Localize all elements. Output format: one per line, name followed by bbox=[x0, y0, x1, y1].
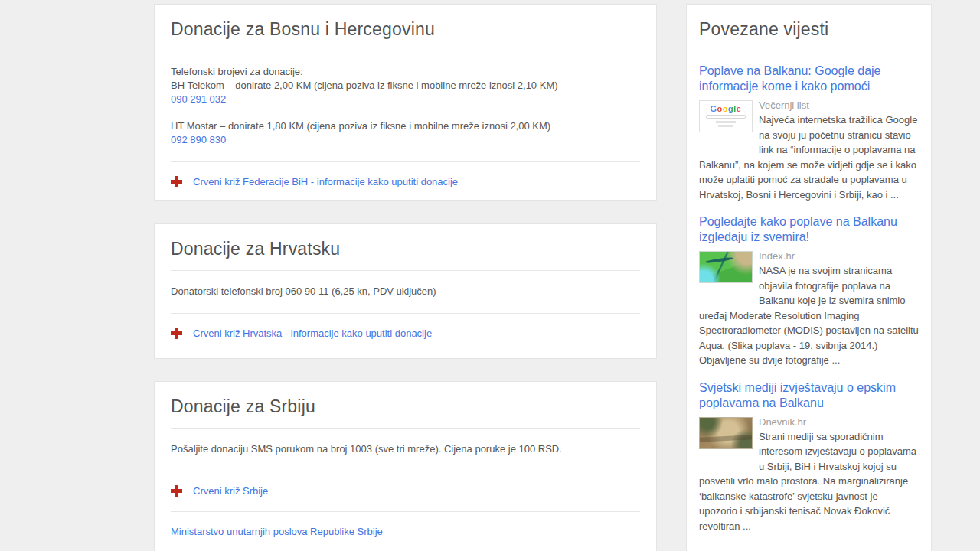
bih-mostar-phone-link[interactable]: 092 890 830 bbox=[171, 134, 226, 145]
news-headline-google-info[interactable]: Poplave na Balkanu: Google daje informac… bbox=[699, 64, 919, 94]
button-graphic bbox=[718, 125, 733, 127]
bih-telekom-phone-link[interactable]: 090 291 032 bbox=[171, 93, 226, 105]
news-item: Svjetski mediji izvještavaju o epskim po… bbox=[699, 380, 919, 534]
page: Donacije za Bosnu i Hercegovinu Telefons… bbox=[0, 0, 980, 551]
rs-ministry-row: Ministarstvo unutarnjih poslova Republik… bbox=[171, 512, 640, 537]
news-body: Dnevnik.hr Strani mediji sa sporadičnim … bbox=[699, 415, 919, 534]
card-title-rs: Donacije za Srbiju bbox=[171, 382, 640, 429]
rs-redcross-link[interactable]: Crveni križ Srbije bbox=[193, 485, 268, 497]
button-graphic bbox=[716, 121, 736, 123]
related-news-panel: Povezane vijesti Poplave na Balkanu: Goo… bbox=[686, 4, 932, 551]
card-title-bih: Donacije za Bosnu i Hercegovinu bbox=[171, 5, 640, 51]
bih-redcross-row: Crveni križ Federacije BiH - informacije… bbox=[171, 162, 640, 187]
satellite-flood-thumbnail[interactable] bbox=[699, 251, 753, 283]
bih-telekom-line: BH Telekom – donirate 2,00 KM (cijena po… bbox=[171, 80, 558, 91]
news-body: Google Večernji list Najveća internetska… bbox=[699, 98, 919, 202]
google-logo: Google bbox=[710, 104, 742, 113]
card-title-hr: Donacije za Hrvatsku bbox=[171, 224, 640, 271]
search-box-graphic bbox=[706, 115, 746, 119]
card-donations-bih: Donacije za Bosnu i Hercegovinu Telefons… bbox=[154, 4, 657, 201]
bih-mostar-line: HT Mostar – donirate 1,80 KM (cijena poz… bbox=[171, 119, 640, 147]
bih-redcross-link[interactable]: Crveni križ Federacije BiH - informacije… bbox=[193, 176, 458, 187]
news-body: Index.hr NASA je na svojim stranicama ob… bbox=[699, 249, 919, 368]
google-homepage-thumbnail[interactable]: Google bbox=[699, 100, 753, 132]
hr-redcross-link[interactable]: Crveni križ Hrvatska - informacije kako … bbox=[193, 328, 432, 339]
related-news-title: Povezane vijesti bbox=[699, 5, 919, 51]
news-item: Poplave na Balkanu: Google daje informac… bbox=[699, 64, 919, 202]
aerial-flood-thumbnail[interactable] bbox=[699, 417, 753, 449]
news-headline-world-media[interactable]: Svjetski mediji izvještavaju o epskim po… bbox=[699, 380, 919, 411]
news-headline-space-view[interactable]: Pogledajte kako poplave na Balkanu izgle… bbox=[699, 214, 919, 245]
rs-redcross-row: Crveni križ Srbije bbox=[171, 471, 640, 497]
news-item: Pogledajte kako poplave na Balkanu izgle… bbox=[699, 214, 919, 368]
rs-sms-line: Pošaljite donaciju SMS porukom na broj 1… bbox=[171, 442, 640, 456]
rs-ministry-link[interactable]: Ministarstvo unutarnjih poslova Republik… bbox=[171, 526, 383, 537]
red-cross-icon bbox=[171, 176, 182, 187]
card-donations-hr: Donacije za Hrvatsku Donatorski telefons… bbox=[154, 223, 657, 359]
hr-phone-line: Donatorski telefonski broj 060 90 11 (6,… bbox=[171, 285, 640, 298]
red-cross-icon bbox=[171, 328, 182, 339]
red-cross-icon bbox=[171, 485, 182, 497]
bih-intro-line: Telefonski brojevi za donacije: BH Telek… bbox=[171, 65, 640, 106]
card-donations-rs: Donacije za Srbiju Pošaljite donaciju SM… bbox=[154, 381, 657, 551]
hr-redcross-row: Crveni križ Hrvatska - informacije kako … bbox=[171, 314, 640, 339]
